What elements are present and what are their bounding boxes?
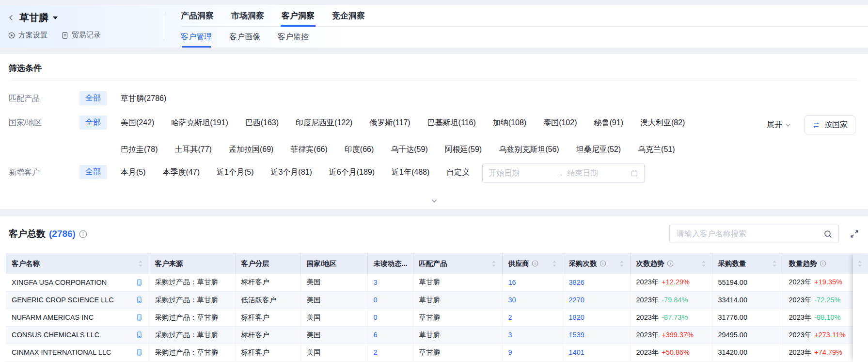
supplier-count-link[interactable]: 16 [508,279,516,286]
filter-option[interactable]: 乌克兰(51) [638,145,675,155]
contact-phone-icon[interactable] [136,313,143,321]
unread-count-link[interactable]: 0 [374,296,378,304]
filter-option[interactable]: 坦桑尼亚(52) [576,145,621,155]
filter-option[interactable]: 印度尼西亚(122) [296,118,352,128]
customer-name-link[interactable]: CONSUS CHEMICALS LLC [12,331,99,339]
start-date-placeholder[interactable]: 开始日期 [489,168,552,179]
sort-icon[interactable] [138,260,143,267]
customer-search-input[interactable] [676,229,823,239]
supplier-count-link[interactable]: 2 [508,313,512,321]
filter-option[interactable]: 巴西(163) [245,118,279,128]
filter-option[interactable]: 乌兹别克斯坦(56) [499,145,559,155]
unread-count-link[interactable]: 6 [374,331,378,339]
filter-option[interactable]: 草甘膦(2786) [121,94,166,104]
filter-option[interactable]: 秘鲁(91) [594,118,623,128]
purchase-count-link[interactable]: 3826 [569,279,584,286]
filter-option[interactable]: 美国(242) [121,118,154,128]
trend-year: 2023年 [636,331,659,339]
purchase-count-link[interactable]: 1401 [569,348,584,356]
contact-phone-icon[interactable] [136,348,143,356]
filter-option[interactable]: 近1年(488) [392,167,429,178]
column-header[interactable]: 采购数量 [712,253,783,274]
main-tab[interactable]: 客户洞察 [282,5,315,26]
unread-count-link[interactable]: 0 [374,313,378,321]
sort-icon[interactable] [552,260,557,267]
contact-phone-icon[interactable] [136,279,143,286]
column-header[interactable]: 国家/地区 [300,253,367,274]
filter-option[interactable]: 近6个月(189) [329,167,375,178]
customer-name-link[interactable]: NUFARM AMERICAS INC [12,313,94,321]
sub-tab[interactable]: 客户画像 [229,27,260,48]
customer-name-link[interactable]: XINGFA USA CORPORATION [12,279,107,286]
sort-icon[interactable] [491,260,496,267]
cell-matched-product: 草甘膦 [413,309,502,326]
main-tab[interactable]: 产品洞察 [181,5,214,26]
filter-all-chip-product[interactable]: 全部 [79,91,107,105]
filter-option[interactable]: 土耳其(77) [174,145,211,155]
filter-option[interactable]: 本季度(47) [163,167,200,178]
purchase-count-link[interactable]: 1820 [569,313,584,321]
filter-option[interactable]: 本月(5) [121,167,146,178]
supplier-count-link[interactable]: 9 [508,348,512,356]
column-header[interactable]: 客户名称 [6,253,149,274]
sort-icon[interactable] [857,260,862,267]
date-range-picker[interactable]: 开始日期 → 结束日期 [482,164,645,183]
cell-unread: 6 [367,326,413,344]
fullscreen-icon[interactable] [850,229,859,239]
custom-range-option[interactable]: 自定义 [446,165,470,178]
by-country-button[interactable]: 按国家 [805,115,855,134]
unread-count-link[interactable]: 2 [374,348,378,356]
filter-option[interactable]: 印度(66) [345,145,374,155]
back-icon[interactable] [8,14,15,21]
contact-phone-icon[interactable] [136,296,143,304]
scheme-settings-button[interactable]: 方案设置 [8,31,47,40]
column-header[interactable]: 供应商 [502,253,563,274]
filter-option[interactable]: 泰国(102) [543,118,577,128]
customer-name-link[interactable]: CINMAX INTERNATIONAL LLC [12,348,111,356]
contact-phone-icon[interactable] [136,331,143,339]
column-header[interactable]: 采购次数 [563,253,630,274]
supplier-count-link[interactable]: 30 [508,296,516,304]
supplier-count-link[interactable]: 3 [508,331,512,339]
filter-option[interactable]: 近1个月(5) [217,167,253,178]
filter-option[interactable]: 俄罗斯(117) [369,118,410,128]
filter-option[interactable]: 菲律宾(66) [290,145,327,155]
sub-tab[interactable]: 客户管理 [181,27,212,48]
cell-customer-source: 采购过产品：草甘膦 [149,274,235,291]
sort-icon[interactable] [772,260,777,267]
filter-option[interactable]: 哈萨克斯坦(191) [171,118,228,128]
column-header[interactable]: 客户分层 [235,253,300,274]
purchase-count-link[interactable]: 1539 [569,331,584,339]
sort-icon[interactable] [701,260,706,267]
expand-toggle[interactable]: 展开 [767,120,791,130]
filter-all-chip-country[interactable]: 全部 [79,115,107,130]
column-header[interactable]: 匹配产品 [413,253,502,274]
filter-option[interactable]: 巴拉圭(78) [121,145,158,155]
column-header[interactable]: 次数趋势 [630,253,712,274]
filter-option[interactable]: 巴基斯坦(116) [427,118,476,128]
filter-all-chip-new-customers[interactable]: 全部 [79,165,107,179]
sub-tabs: 客户管理客户画像客户监控 [181,27,868,48]
collapse-filters-button[interactable] [9,194,859,208]
end-date-placeholder[interactable]: 结束日期 [567,168,631,179]
filter-option[interactable]: 孟加拉国(69) [229,145,273,155]
filter-option[interactable]: 乌干达(59) [391,145,427,155]
column-header[interactable]: 未读动态... [367,253,413,274]
sort-icon[interactable] [619,260,624,267]
customer-name-link[interactable]: GENERIC CROP SCIENCE LLC [12,296,114,304]
sub-tab[interactable]: 客户监控 [278,27,309,48]
main-tab[interactable]: 市场洞察 [231,5,264,26]
filter-option[interactable]: 阿根廷(59) [445,145,482,155]
unread-count-link[interactable]: 3 [374,279,378,286]
column-header[interactable]: 客户来源 [149,253,235,274]
filter-option[interactable]: 加纳(108) [493,118,526,128]
filter-option[interactable]: 近3个月(81) [270,167,312,178]
main-tab[interactable]: 竞企洞察 [332,5,365,26]
search-icon[interactable] [823,230,833,239]
column-header[interactable]: 数量趋势 [783,253,853,274]
title-dropdown-icon[interactable] [53,16,58,19]
filter-option[interactable]: 澳大利亚(82) [640,118,685,128]
trade-records-button[interactable]: 贸易记录 [61,31,101,40]
trend-percent: +50.86% [662,348,690,356]
purchase-count-link[interactable]: 2270 [569,296,584,304]
